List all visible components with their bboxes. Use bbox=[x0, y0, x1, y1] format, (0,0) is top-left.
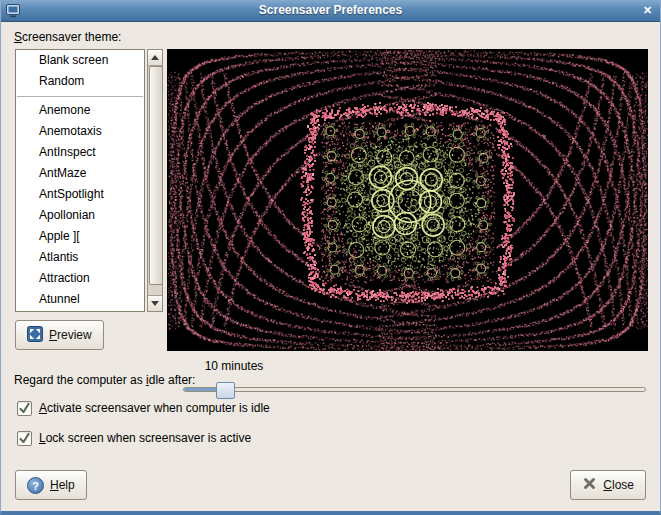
activate-screensaver-label: Activate screensaver when computer is id… bbox=[39, 401, 270, 415]
theme-list-item[interactable]: Random bbox=[16, 71, 144, 92]
arrow-up-icon bbox=[151, 55, 159, 60]
scrollbar-thumb[interactable] bbox=[149, 66, 163, 285]
titlebar-close-button[interactable]: ✕ bbox=[639, 2, 656, 19]
slider-fill bbox=[184, 388, 217, 391]
theme-list-item[interactable]: AntInspect bbox=[16, 142, 144, 163]
window-title: Screensaver Preferences bbox=[31, 0, 630, 21]
help-button[interactable]: ? Help bbox=[15, 470, 87, 500]
slider-thumb[interactable] bbox=[216, 382, 235, 399]
window-icon bbox=[6, 4, 20, 18]
theme-list[interactable]: Blank screen Random Anemone Anemotaxis A… bbox=[15, 49, 145, 312]
theme-list-item[interactable]: Anemotaxis bbox=[16, 121, 144, 142]
list-separator bbox=[16, 92, 144, 100]
theme-label: Screensaver theme: bbox=[14, 30, 121, 44]
activate-screensaver-checkbox[interactable] bbox=[17, 401, 32, 416]
lock-screen-checkbox[interactable] bbox=[17, 431, 32, 446]
scroll-up-button[interactable] bbox=[148, 50, 162, 66]
theme-list-item[interactable]: AntMaze bbox=[16, 163, 144, 184]
idle-delay-slider[interactable] bbox=[183, 387, 646, 392]
theme-list-item[interactable]: Apollonian bbox=[16, 205, 144, 226]
theme-list-item[interactable]: Atunnel bbox=[16, 289, 144, 310]
theme-list-item[interactable]: Anemone bbox=[16, 100, 144, 121]
preview-button-label: Preview bbox=[49, 328, 92, 342]
fullscreen-icon bbox=[27, 326, 43, 345]
theme-list-item[interactable]: Attraction bbox=[16, 268, 144, 289]
lock-screen-label: Lock screen when screensaver is active bbox=[39, 431, 251, 445]
preview-canvas bbox=[167, 49, 648, 351]
arrow-down-icon bbox=[151, 301, 159, 306]
scroll-down-button[interactable] bbox=[148, 295, 162, 311]
close-button-label: Close bbox=[603, 478, 634, 492]
slider-value-label: 10 minutes bbox=[184, 359, 284, 373]
theme-list-item[interactable]: AntSpotlight bbox=[16, 184, 144, 205]
help-icon: ? bbox=[27, 477, 44, 494]
help-button-label: Help bbox=[50, 478, 75, 492]
theme-list-item[interactable]: Blank screen bbox=[16, 50, 144, 71]
close-button[interactable]: Close bbox=[570, 470, 646, 500]
titlebar[interactable]: Screensaver Preferences ✕ bbox=[1, 0, 660, 22]
close-icon bbox=[582, 476, 597, 494]
screensaver-preferences-window: Screensaver Preferences ✕ Screensaver th… bbox=[0, 0, 661, 515]
theme-list-item[interactable]: Apple ][ bbox=[16, 226, 144, 247]
check-icon bbox=[18, 402, 31, 415]
preview-button[interactable]: Preview bbox=[15, 320, 104, 350]
list-scrollbar[interactable] bbox=[147, 49, 163, 312]
check-icon bbox=[18, 432, 31, 445]
theme-list-item[interactable]: Atlantis bbox=[16, 247, 144, 268]
idle-delay-label: Regard the computer as idle after: bbox=[14, 373, 195, 387]
